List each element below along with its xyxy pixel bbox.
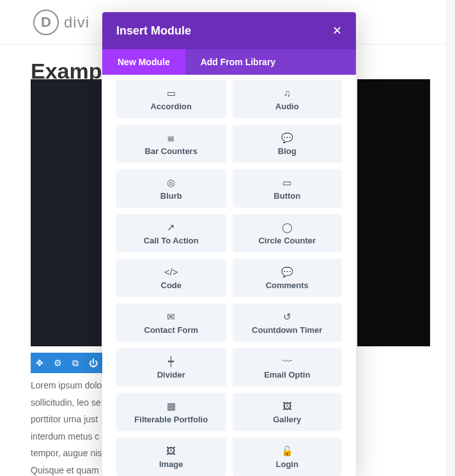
comments-icon: 💬 <box>281 266 293 277</box>
module-card-contact-form[interactable]: ✉Contact Form <box>116 303 226 342</box>
module-card-bar-counters[interactable]: ≣Bar Counters <box>116 125 226 163</box>
module-card-code[interactable]: </>Code <box>116 259 226 297</box>
module-card-label: Blurb <box>160 191 182 201</box>
module-card-label: Audio <box>275 102 299 111</box>
brand-name: divi <box>64 13 89 31</box>
module-edit-toolbar: ✥ ⚙ ⧉ ⏻ <box>31 353 102 373</box>
email-optin-icon: 〰 <box>282 356 292 366</box>
module-card-label: Filterable Portfolio <box>134 415 208 424</box>
page-scrollbar[interactable] <box>446 0 455 476</box>
insert-module-modal: Insert Module ✕ New Module Add From Libr… <box>102 12 356 476</box>
module-card-label: Image <box>159 459 183 469</box>
module-card-blog[interactable]: 💬Blog <box>233 125 343 163</box>
module-card-accordion[interactable]: ▭Accordion <box>116 80 226 118</box>
modal-body: ▭Accordion♫Audio≣Bar Counters💬Blog◎Blurb… <box>102 75 356 476</box>
module-card-call-to-action[interactable]: ↗Call To Action <box>116 214 226 252</box>
image-icon: 🖼 <box>166 445 176 456</box>
contact-form-icon: ✉ <box>167 311 175 321</box>
module-card-label: Login <box>276 459 298 469</box>
module-card-blurb[interactable]: ◎Blurb <box>116 169 226 208</box>
move-icon[interactable]: ✥ <box>31 353 49 373</box>
module-card-label: Bar Counters <box>145 146 197 156</box>
tab-add-from-library[interactable]: Add From Library <box>185 49 291 75</box>
gear-icon[interactable]: ⚙ <box>49 353 66 373</box>
blurb-icon: ◎ <box>167 177 175 187</box>
brand-mark: D <box>33 10 59 35</box>
close-icon[interactable]: ✕ <box>332 24 342 38</box>
filterable-portfolio-icon: ▦ <box>167 401 176 411</box>
module-grid: ▭Accordion♫Audio≣Bar Counters💬Blog◎Blurb… <box>102 75 356 476</box>
module-card-gallery[interactable]: 🖼Gallery <box>233 393 343 431</box>
module-card-label: Blog <box>278 146 297 156</box>
code-icon: </> <box>164 266 178 277</box>
module-card-label: Countdown Timer <box>252 325 322 335</box>
blog-icon: 💬 <box>281 132 293 142</box>
module-card-filterable-portfolio[interactable]: ▦Filterable Portfolio <box>116 393 226 431</box>
modal-tabs: New Module Add From Library <box>102 49 356 75</box>
audio-icon: ♫ <box>284 88 291 98</box>
module-card-label: Gallery <box>273 415 301 424</box>
modal-header: Insert Module ✕ <box>102 12 356 49</box>
circle-counter-icon: ◯ <box>282 222 293 232</box>
call-to-action-icon: ↗ <box>167 222 175 232</box>
duplicate-icon[interactable]: ⧉ <box>66 353 84 373</box>
module-card-label: Comments <box>266 280 309 290</box>
module-card-label: Circle Counter <box>258 236 316 245</box>
modal-title: Insert Module <box>116 24 191 38</box>
hero-image-right <box>357 79 430 346</box>
power-icon[interactable]: ⏻ <box>84 353 102 373</box>
module-card-audio[interactable]: ♫Audio <box>233 80 343 118</box>
divider-icon: ┿ <box>168 356 174 366</box>
button-icon: ▭ <box>282 177 291 187</box>
module-card-image[interactable]: 🖼Image <box>116 438 226 476</box>
module-card-label: Call To Action <box>144 236 199 245</box>
body-paragraph: Lorem ipsum dolor sollicitudin, leo se p… <box>31 377 107 476</box>
module-card-label: Code <box>161 280 182 290</box>
brand-logo[interactable]: D divi <box>33 10 89 35</box>
bar-counters-icon: ≣ <box>167 132 175 142</box>
module-card-label: Contact Form <box>144 325 199 335</box>
module-card-circle-counter[interactable]: ◯Circle Counter <box>233 214 343 252</box>
module-card-label: Accordion <box>151 102 192 111</box>
module-card-label: Button <box>274 191 300 201</box>
countdown-timer-icon: ↺ <box>283 311 291 321</box>
login-icon: 🔓 <box>281 445 293 456</box>
gallery-icon: 🖼 <box>282 401 292 411</box>
tab-new-module[interactable]: New Module <box>102 49 185 75</box>
module-card-countdown-timer[interactable]: ↺Countdown Timer <box>233 303 343 342</box>
module-card-email-optin[interactable]: 〰Email Optin <box>233 348 343 387</box>
module-card-comments[interactable]: 💬Comments <box>233 259 343 297</box>
module-card-button[interactable]: ▭Button <box>233 169 343 208</box>
module-card-label: Divider <box>157 370 185 380</box>
accordion-icon: ▭ <box>167 88 176 98</box>
hero-image-left <box>31 79 102 346</box>
module-card-divider[interactable]: ┿Divider <box>116 348 226 387</box>
module-card-label: Email Optin <box>264 370 310 380</box>
module-card-login[interactable]: 🔓Login <box>233 438 343 476</box>
